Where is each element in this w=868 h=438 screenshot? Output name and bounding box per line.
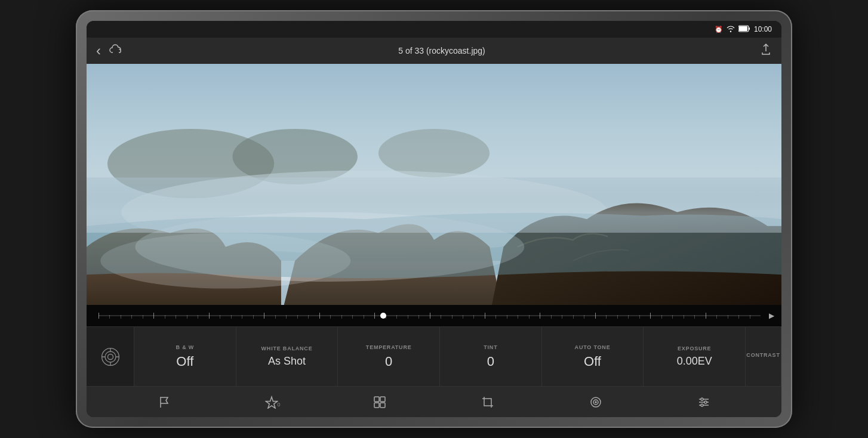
flag-button[interactable]: [158, 396, 170, 409]
white-balance-value: As Shot: [268, 355, 306, 368]
wifi-icon: [727, 25, 735, 33]
svg-rect-21: [380, 403, 385, 408]
cloud-icon[interactable]: [109, 44, 124, 57]
svg-rect-18: [374, 397, 379, 402]
grid-view-button[interactable]: [373, 396, 386, 409]
scrubber-ticks: // Will render ticks via JS below: [99, 310, 761, 319]
nav-right[interactable]: [760, 43, 772, 58]
main-image-area: [87, 64, 781, 305]
exposure-panel[interactable]: EXPOSURE 0.00EV: [644, 327, 746, 386]
exposure-label: EXPOSURE: [678, 346, 711, 351]
svg-point-6: [378, 129, 490, 177]
photo-preview: [87, 64, 781, 305]
status-bar: ⏰ 10:00: [87, 21, 781, 38]
crop-button[interactable]: [481, 396, 494, 409]
bw-value: Off: [176, 354, 193, 369]
adjustments-button[interactable]: [697, 396, 710, 409]
auto-tone-panel[interactable]: AUTO TONE Off: [542, 327, 644, 386]
svg-point-12: [105, 351, 116, 362]
bw-panel[interactable]: B & W Off: [134, 327, 236, 386]
tint-label: TINT: [484, 344, 497, 350]
white-balance-panel[interactable]: WHITE BALANCE As Shot: [236, 327, 338, 386]
white-balance-label: WHITE BALANCE: [261, 346, 313, 351]
svg-rect-2: [749, 27, 750, 30]
status-icons: ⏰ 10:00: [715, 25, 772, 33]
back-button[interactable]: ‹: [96, 44, 101, 58]
temperature-value: 0: [385, 354, 392, 369]
auto-tone-value: Off: [584, 354, 601, 369]
svg-rect-20: [374, 403, 379, 408]
tablet-screen: ⏰ 10:00: [87, 21, 781, 417]
svg-rect-1: [739, 26, 747, 31]
camera-lens-icon: [100, 346, 121, 368]
battery-icon: [738, 25, 750, 33]
svg-point-29: [704, 401, 707, 403]
auto-tone-label: AUTO TONE: [575, 344, 611, 350]
alarm-icon: ⏰: [715, 26, 723, 33]
svg-point-28: [701, 398, 703, 400]
bottom-toolbar: 0: [87, 386, 781, 417]
bw-label: B & W: [176, 344, 195, 350]
tablet-device: ⏰ 10:00: [76, 10, 792, 428]
scrubber-next-arrow[interactable]: ▶: [769, 311, 774, 320]
svg-point-30: [701, 404, 703, 406]
nav-left: ‹: [96, 44, 124, 58]
contrast-label: CONTRAST: [746, 352, 780, 358]
scrubber-track[interactable]: // Will render ticks via JS below: [99, 315, 761, 316]
time-display: 10:00: [754, 25, 772, 33]
svg-rect-19: [380, 397, 385, 402]
presets-panel[interactable]: [87, 327, 134, 386]
nav-bar: ‹ 5 of 33 (rockycoast.jpg): [87, 38, 781, 64]
adjustments-bar: B & W Off WHITE BALANCE As Shot TEMPERAT…: [87, 326, 781, 386]
nav-title: 5 of 33 (rockycoast.jpg): [124, 46, 760, 55]
exposure-value: 0.00EV: [677, 355, 712, 368]
svg-point-13: [107, 354, 113, 359]
tint-value: 0: [487, 354, 494, 369]
temperature-label: TEMPERATURE: [366, 344, 412, 350]
scrubber-bar[interactable]: // Will render ticks via JS below ▶: [87, 305, 781, 326]
tint-panel[interactable]: TINT 0: [440, 327, 542, 386]
star-rating-button[interactable]: 0: [265, 396, 278, 409]
star-count: 0: [277, 402, 280, 408]
contrast-panel[interactable]: CONTRAST: [746, 327, 781, 386]
scrubber-handle[interactable]: [380, 313, 386, 319]
temperature-panel[interactable]: TEMPERATURE 0: [338, 327, 440, 386]
svg-point-24: [595, 402, 596, 403]
retouch-button[interactable]: [589, 396, 602, 409]
